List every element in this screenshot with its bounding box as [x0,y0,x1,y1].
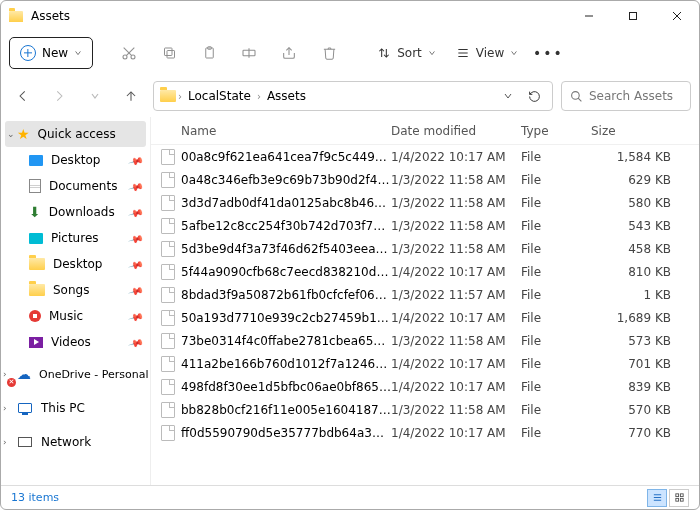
thumbnails-view-button[interactable] [669,489,689,507]
new-button[interactable]: New [9,37,93,69]
pin-icon: 📌 [128,308,144,324]
chevron-right-icon: › [257,91,261,102]
table-row[interactable]: 5f44a9090cfb68c7eecd838210d095a040ec08a5… [151,260,699,283]
table-row[interactable]: bb828b0cf216f11e005e160418753d7412d0b6c.… [151,398,699,421]
breadcrumb-segment[interactable]: LocalState [184,87,255,105]
file-type: File [521,219,591,233]
search-icon [570,90,583,103]
chevron-down-icon: ⌄ [7,129,15,139]
copy-button[interactable] [151,37,187,69]
details-view-button[interactable] [647,489,667,507]
sidebar-onedrive[interactable]: › ☁ ✕ OneDrive - Personal [1,361,150,387]
file-name: 3d3d7adb0df41da0125abc8b46c728339190c14.… [181,196,391,210]
history-dropdown[interactable] [496,91,520,101]
view-button[interactable]: View [448,37,526,69]
pin-icon: 📌 [128,256,144,272]
sidebar-item[interactable]: Pictures📌 [1,225,150,251]
file-date: 1/4/2022 10:17 AM [391,311,521,325]
table-row[interactable]: 3d3d7adb0df41da0125abc8b46c728339190c14.… [151,191,699,214]
minimize-button[interactable] [567,1,611,31]
maximize-button[interactable] [611,1,655,31]
refresh-button[interactable] [522,90,546,103]
sidebar-item[interactable]: Documents📌 [1,173,150,199]
file-name: 411a2be166b760d1012f7a12465bc4f01ab42d3.… [181,357,391,371]
folder-icon [160,89,176,103]
address-bar[interactable]: › LocalState › Assets [153,81,553,111]
file-type: File [521,173,591,187]
pin-icon: 📌 [128,230,144,246]
table-row[interactable]: 50a193d7710e939c2cb27459b16c4ba24e2e1bd.… [151,306,699,329]
file-name: 00a8c9f621ea641cea7f9c5c449c8b6ca9332f88… [181,150,391,164]
table-row[interactable]: 411a2be166b760d1012f7a12465bc4f01ab42d3.… [151,352,699,375]
table-row[interactable]: 0a48c346efb3e9c69b73b90d2f4d08e3220afa0a… [151,168,699,191]
breadcrumb-segment[interactable]: Assets [263,87,310,105]
sidebar-item[interactable]: Desktop📌 [1,147,150,173]
svg-point-21 [572,91,580,99]
documents-icon [29,179,41,193]
file-type: File [521,242,591,256]
rename-button[interactable] [231,37,267,69]
pin-icon: 📌 [128,334,144,350]
sidebar-quick-access[interactable]: ⌄ ★ Quick access [5,121,146,147]
file-icon [161,149,175,165]
back-button[interactable] [9,82,37,110]
file-icon [161,287,175,303]
sidebar-item[interactable]: Songs📌 [1,277,150,303]
table-row[interactable]: 73be0314f4c0ffabe2781cbea65da93c30cb6ebb… [151,329,699,352]
more-button[interactable]: ••• [530,37,566,69]
file-date: 1/3/2022 11:58 AM [391,219,521,233]
sidebar-item-label: Music [49,309,83,323]
sidebar-item[interactable]: ⬇Downloads📌 [1,199,150,225]
file-icon [161,379,175,395]
table-row[interactable]: 5afbe12c8cc254f30b742d703f7a23521d51d2bc… [151,214,699,237]
pin-icon: 📌 [128,178,144,194]
column-header-size[interactable]: Size [591,124,699,138]
sidebar-item[interactable]: Desktop📌 [1,251,150,277]
table-row[interactable]: 00a8c9f621ea641cea7f9c5c449c8b6ca9332f88… [151,145,699,168]
file-name: 5d3be9d4f3a73f46d62f5403eea0f0713e3a71c3… [181,242,391,256]
file-size: 570 KB [591,403,699,417]
file-date: 1/3/2022 11:58 AM [391,334,521,348]
svg-line-22 [578,98,581,101]
file-date: 1/3/2022 11:58 AM [391,403,521,417]
view-icon [456,46,470,60]
close-button[interactable] [655,1,699,31]
sidebar-this-pc[interactable]: › This PC [1,395,150,421]
table-row[interactable]: 5d3be9d4f3a73f46d62f5403eea0f0713e3a71c3… [151,237,699,260]
delete-button[interactable] [311,37,347,69]
share-button[interactable] [271,37,307,69]
table-row[interactable]: 498fd8f30ee1d5bfbc06ae0bf86550e93f7a8d60… [151,375,699,398]
table-row[interactable]: 8bdad3f9a50872b61fb0cfcfef067793ab90e36c… [151,283,699,306]
sidebar-item[interactable]: Videos📌 [1,329,150,355]
search-box[interactable]: Search Assets [561,81,691,111]
sidebar-item[interactable]: Music📌 [1,303,150,329]
file-list-pane: Name Date modified Type Size 00a8c9f621e… [151,117,699,485]
file-name: 50a193d7710e939c2cb27459b16c4ba24e2e1bd.… [181,311,391,325]
file-size: 580 KB [591,196,699,210]
forward-button[interactable] [45,82,73,110]
recent-button[interactable] [81,82,109,110]
svg-rect-9 [164,48,172,56]
cut-button[interactable] [111,37,147,69]
file-size: 701 KB [591,357,699,371]
search-placeholder: Search Assets [589,89,673,103]
sidebar-network[interactable]: › Network [1,429,150,455]
file-size: 458 KB [591,242,699,256]
sidebar-item-label: Pictures [51,231,99,245]
new-label: New [42,46,68,60]
svg-rect-28 [675,498,678,501]
column-header-type[interactable]: Type [521,124,591,138]
table-row[interactable]: ff0d5590790d5e35777bdb64a33a1660aac5723.… [151,421,699,444]
up-button[interactable] [117,82,145,110]
column-header-name[interactable]: Name [151,124,391,138]
chevron-down-icon [510,49,518,57]
paste-button[interactable] [191,37,227,69]
file-size: 1,584 KB [591,150,699,164]
file-icon [161,425,175,441]
column-header-date[interactable]: Date modified [391,124,521,138]
videos-icon [29,337,43,348]
sort-button[interactable]: Sort [369,37,444,69]
file-type: File [521,150,591,164]
file-type: File [521,196,591,210]
file-name: 5f44a9090cfb68c7eecd838210d095a040ec08a5… [181,265,391,279]
